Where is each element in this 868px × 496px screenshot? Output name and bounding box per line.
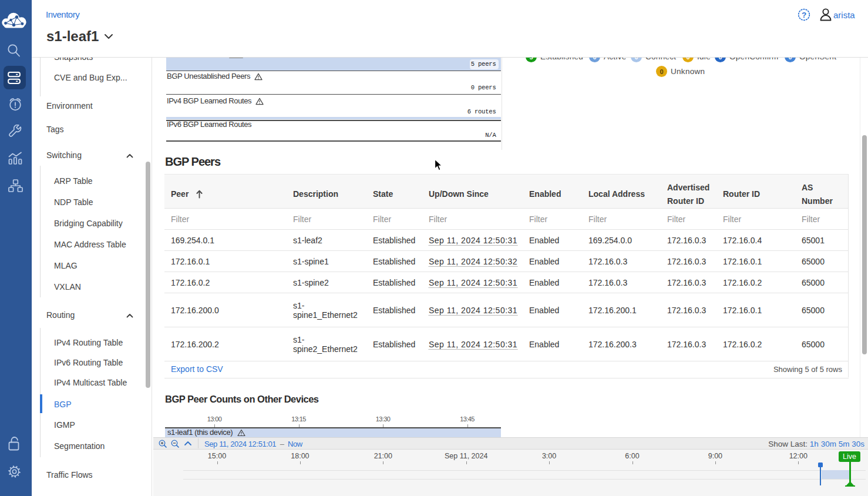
svg-text:?: ? [802, 11, 806, 19]
